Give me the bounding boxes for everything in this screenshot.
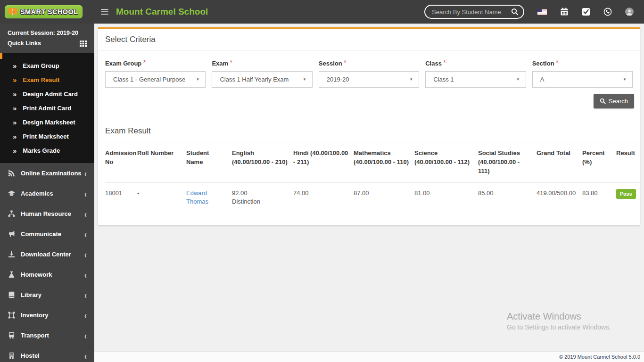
language-flag-icon[interactable] [537, 9, 547, 15]
select-value: Class 1 Half Yearly Exam [220, 76, 302, 83]
sidebar-item-label: Design Marksheet [23, 119, 75, 126]
cell-mathematics: 87.00 [354, 182, 414, 225]
field-label: Exam [212, 60, 228, 67]
sidebar: Current Session: 2019-20 Quick Links »Ex… [0, 24, 94, 362]
criteria-form: Exam Group* Class 1 - General Purpose▼ E… [98, 51, 640, 88]
sidebar-item-homework[interactable]: Homework‹ [0, 264, 94, 285]
quick-links-grid-icon[interactable] [80, 41, 87, 47]
search-button-label: Search [609, 98, 628, 105]
sidebar-item-label: Exam Result [23, 76, 59, 83]
field-label: Section [532, 60, 554, 67]
section-field: Section* A▼ [532, 59, 633, 88]
required-asterisk: * [344, 59, 347, 67]
cell-social-studies: 85.00 [478, 182, 537, 225]
select-value: A [540, 76, 623, 83]
class-field: Class* Class 1▼ [425, 59, 526, 88]
sidebar-item-human-resource[interactable]: Human Resource‹ [0, 204, 94, 224]
logo-area[interactable]: SMART SCHOOL [0, 0, 94, 24]
flask-icon [8, 271, 15, 278]
sidebar-item-print-admit-card[interactable]: »Print Admit Card [0, 101, 94, 115]
chevron-left-icon: ‹ [84, 168, 87, 178]
field-label: Exam Group [105, 60, 141, 67]
class-select[interactable]: Class 1▼ [425, 71, 526, 88]
hamburger-menu-icon[interactable] [101, 9, 108, 15]
sidebar-item-label: Inventory [21, 312, 84, 319]
section-select[interactable]: A▼ [532, 71, 633, 88]
sidebar-item-exam-result[interactable]: »Exam Result [0, 73, 94, 87]
watermark-line2: Go to Settings to activate Windows. [507, 323, 611, 331]
search-input[interactable] [432, 8, 511, 16]
sidebar-item-library[interactable]: Library‹ [0, 285, 94, 305]
footer: © 2019 Mount Carmel School 5.0.0 [94, 351, 644, 362]
chevron-left-icon: ‹ [84, 188, 87, 198]
field-label: Class [425, 60, 442, 67]
select-criteria-title: Select Criteria [98, 29, 640, 51]
chevron-left-icon: ‹ [84, 330, 87, 340]
sidebar-item-transport[interactable]: Transport‹ [0, 325, 94, 346]
sidebar-item-label: Transport [21, 332, 84, 339]
sidebar-item-label: Download Center [21, 251, 84, 258]
user-avatar[interactable] [625, 8, 634, 16]
col-science: Science (40.00/100.00 - 112) [414, 142, 478, 182]
table-header-row: Admission No Roll Number Student Name En… [105, 142, 640, 182]
sidebar-item-design-marksheet[interactable]: »Design Marksheet [0, 115, 94, 129]
chevron-left-icon: ‹ [84, 249, 87, 259]
sidebar-item-design-admit-card[interactable]: »Design Admit Card [0, 87, 94, 101]
bus-icon [8, 332, 15, 339]
required-asterisk: * [556, 59, 559, 67]
student-name-link[interactable]: Edward Thomas [186, 189, 208, 206]
sidebar-item-marks-grade[interactable]: »Marks Grade [0, 143, 94, 157]
search-icon[interactable] [511, 8, 519, 16]
exam-group-select[interactable]: Class 1 - General Purpose▼ [105, 71, 206, 88]
exam-result-title: Exam Result [98, 120, 640, 142]
cell-roll-number: - [137, 182, 186, 225]
page-title: Mount Carmel School [116, 7, 208, 17]
sidebar-item-print-marksheet[interactable]: »Print Marksheet [0, 129, 94, 143]
copyright-text: © 2019 Mount Carmel School 5.0.0 [559, 354, 640, 360]
quick-links-label: Quick Links [8, 40, 41, 47]
table-row: 18001 - Edward Thomas 92.00 Distinction … [105, 182, 640, 225]
calendar-icon[interactable] [560, 8, 569, 16]
content-card: Select Criteria Exam Group* Class 1 - Ge… [98, 27, 640, 225]
whatsapp-chat-icon[interactable] [603, 8, 612, 16]
dropdown-arrow-icon: ▼ [516, 77, 520, 82]
student-search-box [424, 5, 524, 19]
dropdown-arrow-icon: ▼ [409, 77, 413, 82]
col-admission-no: Admission No [105, 142, 137, 182]
sidebar-item-hostel[interactable]: Hostel‹ [0, 346, 94, 362]
sidebar-item-label: Communicate [21, 230, 84, 238]
cell-hindi: 74.00 [293, 182, 354, 225]
download-icon [8, 251, 15, 258]
select-value: Class 1 [433, 76, 516, 83]
current-session-label: Current Session: 2019-20 [8, 30, 87, 36]
search-button[interactable]: Search [594, 94, 634, 108]
smart-school-logo: SMART SCHOOL [5, 5, 83, 18]
task-check-icon[interactable] [582, 8, 590, 16]
sidebar-item-communicate[interactable]: Communicate‹ [0, 224, 94, 244]
sidebar-item-label: Academics [21, 190, 84, 197]
cell-science: 81.00 [414, 182, 478, 225]
session-select[interactable]: 2019-20▼ [319, 71, 419, 88]
top-bar: SMART SCHOOL Mount Carmel School [0, 0, 644, 24]
sidebar-item-label: Exam Group [23, 62, 59, 69]
sidebar-item-academics[interactable]: Academics‹ [0, 183, 94, 204]
chevron-left-icon: ‹ [84, 208, 87, 219]
session-block: Current Session: 2019-20 Quick Links [0, 24, 94, 53]
sidebar-item-inventory[interactable]: Inventory‹ [0, 305, 94, 325]
double-chevron-icon: » [13, 76, 17, 83]
cell-english: 92.00 Distinction [232, 182, 293, 225]
sidebar-item-online-examinations[interactable]: Online Examinations‹ [0, 163, 94, 183]
sidebar-item-label: Print Admit Card [23, 105, 71, 112]
col-percent: Percent (%) [582, 142, 616, 182]
col-hindi: Hindi (40.00/100.00 - 211) [293, 142, 354, 182]
sidebar-item-download-center[interactable]: Download Center‹ [0, 244, 94, 264]
sidebar-item-exam-group[interactable]: »Exam Group [0, 58, 94, 73]
exam-group-field: Exam Group* Class 1 - General Purpose▼ [105, 59, 206, 88]
select-value: 2019-20 [327, 76, 409, 83]
exam-result-table: Admission No Roll Number Student Name En… [105, 142, 640, 225]
sidebar-item-label: Human Resource [21, 210, 84, 217]
main-content: Select Criteria Exam Group* Class 1 - Ge… [94, 24, 644, 362]
exam-select[interactable]: Class 1 Half Yearly Exam▼ [212, 71, 312, 88]
dropdown-arrow-icon: ▼ [196, 77, 199, 82]
required-asterisk: * [230, 59, 232, 67]
